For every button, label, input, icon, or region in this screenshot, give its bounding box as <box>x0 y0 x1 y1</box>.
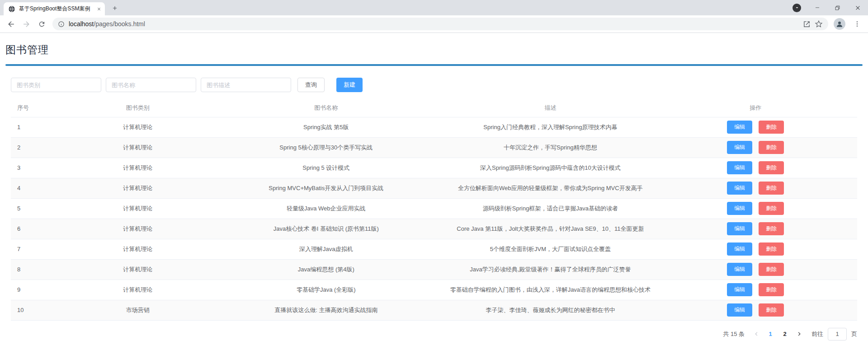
row-description-cell: Core Java 第11版，Jolt大奖获奖作品，针对Java SE9、10、… <box>447 219 654 239</box>
row-category-cell: 计算机理论 <box>70 137 206 158</box>
bookmark-star-icon[interactable] <box>815 20 823 28</box>
edit-button[interactable]: 编辑 <box>727 141 752 154</box>
share-icon[interactable] <box>803 20 811 28</box>
row-category-cell: 计算机理论 <box>70 219 206 239</box>
row-description-cell: 全方位解析面向Web应用的轻量级框架，带你成为Spring MVC开发高手 <box>447 178 654 198</box>
table-body: 1计算机理论Spring实战 第5版Spring入门经典教程，深入理解Sprin… <box>11 117 857 320</box>
header-name: 图书名称 <box>206 99 447 117</box>
globe-favicon-icon <box>8 5 15 13</box>
row-name-cell: Java核心技术 卷I 基础知识 (原书第11版) <box>206 219 447 239</box>
row-actions-cell: 编辑删除 <box>654 300 857 320</box>
row-category-cell: 计算机理论 <box>70 198 206 219</box>
header-actions: 操作 <box>654 99 857 117</box>
caret-down-icon <box>793 4 801 12</box>
tab-search-button[interactable] <box>787 0 807 15</box>
row-name-cell: Spring 5核心原理与30个类手写实战 <box>206 137 447 158</box>
delete-button[interactable]: 删除 <box>759 303 784 317</box>
row-actions-cell: 编辑删除 <box>654 280 857 300</box>
search-bar: 查询 新建 <box>11 78 857 92</box>
back-icon[interactable] <box>5 18 17 30</box>
new-tab-button[interactable] <box>108 2 121 14</box>
delete-button[interactable]: 删除 <box>759 182 784 195</box>
browser-window: 基于SpringBoot整合SSM案例 <box>0 0 868 33</box>
row-index-cell: 1 <box>11 117 70 137</box>
table-row: 8计算机理论Java编程思想 (第4版)Java学习必读经典,殿堂级著作！赢得了… <box>11 259 857 280</box>
row-description-cell: 李子柒、李佳琦、薇娅成长为网红的秘密都在书中 <box>447 300 654 320</box>
row-actions-cell: 编辑删除 <box>654 219 857 239</box>
books-table: 序号 图书类别 图书名称 描述 操作 1计算机理论Spring实战 第5版Spr… <box>11 99 857 321</box>
row-actions-cell: 编辑删除 <box>654 158 857 178</box>
row-name-cell: 深入理解Java虚拟机 <box>206 239 447 259</box>
row-category-cell: 计算机理论 <box>70 117 206 137</box>
forward-icon[interactable] <box>20 18 33 30</box>
table-header-row: 序号 图书类别 图书名称 描述 操作 <box>11 99 857 117</box>
row-index-cell: 4 <box>11 178 70 198</box>
table-row: 7计算机理论深入理解Java虚拟机5个维度全面剖析JVM，大厂面试知识点全覆盖编… <box>11 239 857 259</box>
create-button[interactable]: 新建 <box>336 78 363 92</box>
edit-button[interactable]: 编辑 <box>727 303 752 317</box>
edit-button[interactable]: 编辑 <box>727 121 752 134</box>
row-index-cell: 6 <box>11 219 70 239</box>
header-description: 描述 <box>447 99 654 117</box>
restore-button[interactable] <box>827 0 848 15</box>
page-unit-label: 页 <box>851 330 857 338</box>
header-category: 图书类别 <box>70 99 206 117</box>
row-name-cell: 零基础学Java (全彩版) <box>206 280 447 300</box>
row-actions-cell: 编辑删除 <box>654 239 857 259</box>
category-search-input[interactable] <box>11 78 101 92</box>
row-index-cell: 10 <box>11 300 70 320</box>
row-index-cell: 8 <box>11 259 70 280</box>
delete-button[interactable]: 删除 <box>759 202 784 215</box>
name-search-input[interactable] <box>106 78 196 92</box>
edit-button[interactable]: 编辑 <box>727 202 752 215</box>
next-page-icon[interactable] <box>793 328 804 340</box>
edit-button[interactable]: 编辑 <box>727 182 752 195</box>
delete-button[interactable]: 删除 <box>759 242 784 256</box>
edit-button[interactable]: 编辑 <box>727 222 752 235</box>
header-index: 序号 <box>11 99 70 117</box>
row-actions-cell: 编辑删除 <box>654 259 857 280</box>
browser-menu-icon[interactable] <box>851 18 863 30</box>
tab-close-icon[interactable] <box>97 7 101 11</box>
description-search-input[interactable] <box>201 78 291 92</box>
table-row: 3计算机理论Spring 5 设计模式深入Spring源码剖析Spring源码中… <box>11 158 857 178</box>
browser-tab[interactable]: 基于SpringBoot整合SSM案例 <box>4 2 105 15</box>
delete-button[interactable]: 删除 <box>759 283 784 296</box>
prev-page-icon[interactable] <box>751 328 762 340</box>
row-category-cell: 计算机理论 <box>70 239 206 259</box>
goto-page-input[interactable] <box>828 328 847 340</box>
edit-button[interactable]: 编辑 <box>727 263 752 276</box>
edit-button[interactable]: 编辑 <box>727 242 752 256</box>
row-actions-cell: 编辑删除 <box>654 117 857 137</box>
row-description-cell: 十年沉淀之作，手写Spring精华思想 <box>447 137 654 158</box>
delete-button[interactable]: 删除 <box>759 141 784 154</box>
close-window-button[interactable] <box>848 0 868 15</box>
profile-avatar[interactable] <box>834 18 845 30</box>
minimize-button[interactable] <box>807 0 827 15</box>
page-number-1[interactable]: 1 <box>764 328 776 340</box>
row-name-cell: Spring 5 设计模式 <box>206 158 447 178</box>
row-description-cell: 深入Spring源码剖析Spring源码中蕴含的10大设计模式 <box>447 158 654 178</box>
row-description-cell: 零基础自学编程的入门图书，由浅入深，详解Java语言的编程思想和核心技术 <box>447 280 654 300</box>
delete-button[interactable]: 删除 <box>759 222 784 235</box>
delete-button[interactable]: 删除 <box>759 161 784 174</box>
delete-button[interactable]: 删除 <box>759 263 784 276</box>
window-controls <box>787 0 868 15</box>
page-title: 图书管理 <box>5 43 863 57</box>
page-number-2[interactable]: 2 <box>779 328 791 340</box>
reload-icon[interactable] <box>35 18 48 30</box>
row-description-cell: 源码级剖析Spring框架，适合已掌握Java基础的读者 <box>447 198 654 219</box>
row-description-cell: Java学习必读经典,殿堂级著作！赢得了全球程序员的广泛赞誉 <box>447 259 654 280</box>
edit-button[interactable]: 编辑 <box>727 161 752 174</box>
row-description-cell: Spring入门经典教程，深入理解Spring原理技术内幕 <box>447 117 654 137</box>
query-button[interactable]: 查询 <box>297 78 325 92</box>
row-actions-cell: 编辑删除 <box>654 198 857 219</box>
address-bar[interactable]: localhost/pages/books.html <box>52 18 828 30</box>
delete-button[interactable]: 删除 <box>759 121 784 134</box>
row-category-cell: 计算机理论 <box>70 280 206 300</box>
title-divider <box>5 64 863 66</box>
row-name-cell: Java编程思想 (第4版) <box>206 259 447 280</box>
site-info-icon[interactable] <box>58 21 65 28</box>
edit-button[interactable]: 编辑 <box>727 283 752 296</box>
url-path: /pages/books.html <box>94 20 145 28</box>
